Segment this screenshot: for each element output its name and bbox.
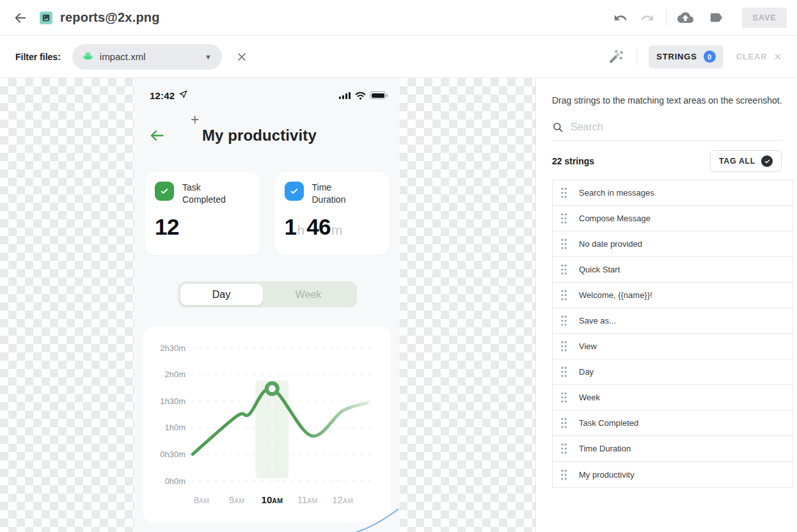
strings-panel: Drag strings to the matching text areas … — [535, 78, 797, 532]
svg-text:9AM: 9AM — [229, 494, 245, 505]
tag-icon[interactable] — [706, 8, 725, 27]
clear-label: CLEAR — [736, 52, 768, 61]
phone-header: My productivity — [134, 127, 400, 145]
svg-text:1h30m: 1h30m — [160, 396, 185, 406]
string-row[interactable]: No date provided — [553, 231, 793, 257]
string-row[interactable]: Task Completed — [553, 411, 793, 436]
day-week-toggle: Day Week — [178, 281, 357, 308]
string-text: Search in messages — [579, 188, 654, 198]
string-text: Welcome, {{name}}! — [579, 290, 652, 300]
magic-wand-icon[interactable] — [606, 47, 625, 66]
svg-text:0h0m: 0h0m — [164, 476, 185, 486]
svg-text:0h30m: 0h30m — [160, 450, 185, 459]
string-row[interactable]: Search in messages — [553, 180, 793, 206]
search-icon — [552, 121, 564, 133]
drag-handle-icon[interactable] — [560, 187, 567, 198]
string-text: Time Duration — [579, 444, 631, 453]
page-title: reports@2x.png — [60, 10, 611, 25]
location-arrow-icon — [179, 90, 187, 101]
canvas-area: 12:42 + My productivity — [0, 78, 797, 532]
string-row[interactable]: Compose Message — [553, 206, 793, 231]
filter-bar: Filter files: impact.xml ▼ STRINGS 0 CLE… — [0, 36, 797, 78]
android-icon — [83, 51, 93, 62]
drag-handle-icon[interactable] — [560, 341, 567, 352]
drag-handle-icon[interactable] — [560, 213, 567, 224]
task-completed-label: Task Completed — [182, 182, 228, 206]
string-text: Task Completed — [579, 418, 638, 428]
tag-all-label: TAG ALL — [719, 157, 755, 166]
phone-screen-title: My productivity — [202, 127, 317, 145]
drag-handle-icon[interactable] — [560, 290, 567, 301]
productivity-chart-card: 0h0m0h30m1h0m1h30m2h0m2h30m8AM9AM10AM11A… — [143, 326, 391, 522]
battery-icon — [370, 91, 386, 99]
string-row[interactable]: Time Duration — [553, 436, 793, 462]
image-file-icon — [40, 12, 52, 24]
svg-text:11AM: 11AM — [297, 494, 318, 505]
string-row[interactable]: View — [553, 334, 793, 359]
drag-handle-icon[interactable] — [560, 443, 567, 454]
string-list: Search in messages Compose Message No da… — [552, 180, 793, 488]
cursor-plus-mark: + — [191, 111, 199, 129]
toggle-week-segment: Week — [263, 289, 354, 301]
back-icon[interactable] — [10, 8, 31, 28]
drag-handle-icon[interactable] — [560, 418, 567, 428]
task-completed-value: 12 — [155, 214, 250, 240]
filter-divider — [636, 49, 637, 65]
tag-all-button[interactable]: TAG ALL — [710, 150, 782, 172]
string-text: Day — [579, 367, 594, 377]
search-row — [552, 121, 782, 141]
strings-count-label: 22 strings — [552, 156, 594, 166]
svg-text:1h0m: 1h0m — [164, 423, 185, 432]
selected-file-name: impact.xml — [100, 51, 146, 62]
phone-back-arrow-icon — [148, 128, 166, 143]
signal-bars-icon — [338, 92, 351, 99]
svg-text:12AM: 12AM — [332, 494, 353, 505]
decorative-blue-curve — [356, 508, 400, 532]
drag-handle-icon[interactable] — [560, 264, 567, 275]
string-row[interactable]: Save as... — [553, 308, 793, 334]
panel-hint-text: Drag strings to the matching text areas … — [552, 95, 797, 106]
time-duration-card: Time Duration 1h46m — [275, 172, 390, 255]
top-bar: reports@2x.png SAVE — [0, 0, 797, 36]
drag-handle-icon[interactable] — [560, 469, 567, 480]
strings-count-badge: 0 — [704, 51, 716, 63]
string-text: Compose Message — [579, 214, 651, 223]
clear-x-icon: ✕ — [773, 51, 782, 63]
string-row[interactable]: Week — [553, 385, 793, 411]
check-circle-icon — [761, 155, 773, 167]
time-duration-value: 1h46m — [285, 214, 380, 240]
string-text: View — [579, 341, 597, 351]
string-text: My productivity — [579, 470, 635, 480]
string-row[interactable]: Quick Start — [553, 257, 793, 283]
wifi-icon — [355, 91, 366, 100]
drag-handle-icon[interactable] — [560, 392, 567, 403]
save-button[interactable]: SAVE — [742, 8, 787, 28]
toggle-day-segment: Day — [180, 284, 263, 305]
svg-text:2h0m: 2h0m — [164, 370, 185, 379]
strings-label: STRINGS — [656, 52, 697, 61]
drag-handle-icon[interactable] — [560, 366, 567, 377]
string-row[interactable]: Day — [553, 359, 793, 385]
phone-status-bar: 12:42 — [134, 78, 400, 101]
redo-icon[interactable] — [638, 8, 657, 27]
status-time: 12:42 — [150, 90, 175, 101]
string-row[interactable]: My productivity — [553, 462, 793, 487]
string-row[interactable]: Welcome, {{name}}! — [553, 283, 793, 308]
string-text: Week — [579, 393, 600, 402]
upload-cloud-icon[interactable] — [675, 8, 695, 27]
search-input[interactable] — [571, 121, 782, 133]
svg-text:2h30m: 2h30m — [160, 343, 185, 353]
drag-handle-icon[interactable] — [560, 239, 567, 249]
clear-file-filter-icon[interactable] — [232, 47, 251, 66]
undo-icon[interactable] — [611, 8, 630, 27]
blue-check-icon — [285, 182, 304, 201]
clear-tags-button[interactable]: CLEAR ✕ — [736, 51, 782, 63]
chevron-down-icon: ▼ — [205, 53, 212, 61]
string-text: No date provided — [579, 239, 642, 249]
drag-handle-icon[interactable] — [560, 315, 567, 326]
file-filter-dropdown[interactable]: impact.xml ▼ — [72, 44, 222, 70]
strings-toggle-button[interactable]: STRINGS 0 — [649, 45, 723, 68]
screenshot-canvas[interactable]: 12:42 + My productivity — [134, 78, 400, 532]
toolbar-divider — [666, 10, 667, 26]
time-duration-label: Time Duration — [312, 182, 358, 206]
